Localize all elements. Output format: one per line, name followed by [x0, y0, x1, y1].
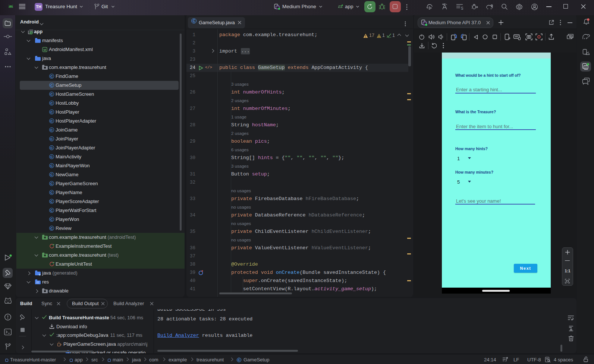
svg-text:S: S: [461, 6, 463, 10]
svg-text:M: M: [43, 48, 46, 52]
